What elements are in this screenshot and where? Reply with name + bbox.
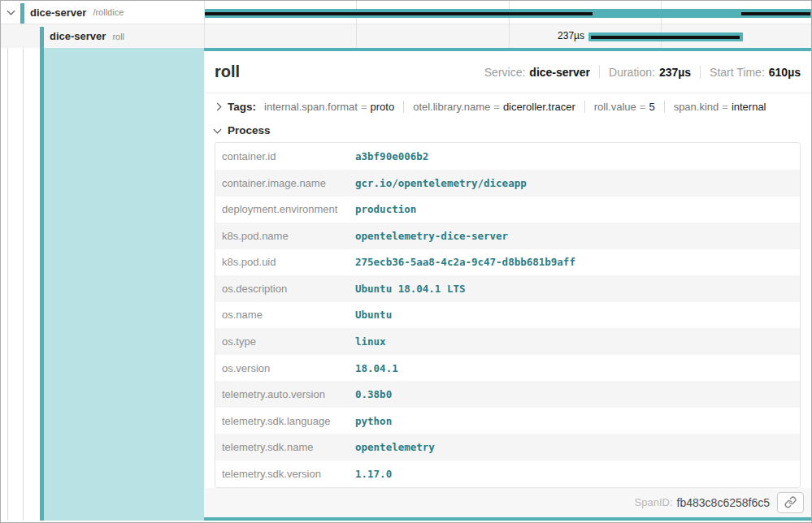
attribute-value: 0.38b0 [355,388,392,400]
span-detail-footer: SpanID: fb483c8c6258f6c5 [204,488,811,517]
table-row: k8s.pod.name opentelemetry-dice-server [215,223,800,249]
operation-name: /rolldice [93,7,124,17]
attribute-key: os.version [215,362,355,374]
attribute-value: opentelemetry [355,441,435,453]
service-value: dice-server [529,66,590,79]
attribute-key: telemetry.sdk.language [215,415,355,427]
attribute-value: opentelemetry-dice-server [355,230,508,242]
duration-value: 237µs [659,66,691,79]
span-bar-roll[interactable] [588,32,743,41]
collapse-toggle[interactable] [1,11,20,14]
service-name: dice-server [50,30,106,42]
span-detail-panel: roll Service: dice-server Duration: 237µ… [204,48,811,521]
tag-item: otel.library.name = diceroller.tracer [413,101,575,113]
start-time-label: Start Time: [710,66,765,79]
tag-divider [403,101,404,113]
tag-key: span.kind [674,101,719,113]
tag-item: internal.span.format = proto [264,101,394,113]
tag-divider [584,101,585,113]
process-label: Process [228,124,271,136]
summary-divider [599,66,600,79]
child-time-stripe [741,12,810,15]
trace-timeline: 237µs [204,1,811,48]
self-time-stripe [591,36,740,39]
child-time-stripe [205,12,593,15]
tags-label: Tags: [228,101,256,113]
span-detail-header: roll Service: dice-server Duration: 237µ… [204,51,811,93]
attribute-value: 275ecb36-5aa8-4c2a-9c47-d8bb681b9aff [355,256,575,268]
span-id-value: fb483c8c6258f6c5 [677,496,770,509]
attribute-key: telemetry.auto.version [215,388,355,400]
span-id-label: SpanID: [635,496,673,508]
tag-divider [664,101,665,113]
tag-equals: = [722,101,728,113]
attribute-value: gcr.io/opentelemetry/diceapp [355,177,527,189]
tag-equals: = [640,101,646,113]
tag-value: proto [371,101,395,113]
span-summary: Service: dice-server Duration: 237µs Sta… [484,66,801,79]
tag-value: diceroller.tracer [503,101,575,113]
chevron-right-icon [214,103,222,111]
selected-span-highlight [44,48,204,521]
start-time-value: 610µs [769,66,801,79]
attribute-value: 18.04.1 [355,362,398,374]
span-duration-label: 237µs [204,30,584,41]
tag-key: internal.span.format [264,101,358,113]
table-row: container.id a3bf90e006b2 [215,143,800,170]
tag-equals: = [361,101,367,113]
attribute-key: os.description [215,283,355,295]
attribute-value: 1.17.0 [355,468,392,480]
table-row: telemetry.sdk.name opentelemetry [215,434,800,460]
attribute-value: a3bf90e006b2 [355,150,428,162]
chevron-down-icon [7,7,15,15]
service-color-bar [40,27,44,48]
table-row: deployment.environment production [215,197,800,223]
table-row: os.description Ubuntu 18.04.1 LTS [215,275,800,302]
tag-equals: = [493,101,500,113]
attribute-key: telemetry.sdk.name [215,441,355,453]
attribute-key: telemetry.sdk.version [215,468,355,480]
table-row: os.name Ubuntu [215,302,800,329]
span-bar-rolldice[interactable] [205,9,811,18]
attribute-value: linux [355,335,386,348]
summary-divider [700,66,701,79]
link-icon [784,496,797,508]
tag-key: otel.library.name [413,101,490,113]
attribute-key: container.id [215,150,355,162]
tags-section-toggle[interactable]: Tags: internal.span.format = proto otel.… [204,93,811,120]
indent-guide [23,48,24,521]
jaeger-trace-view: dice-server /rolldice dice-server roll 2… [0,0,812,523]
attribute-key: k8s.pod.name [215,230,355,242]
tag-item: span.kind = internal [674,101,766,113]
attribute-key: os.name [215,309,355,321]
table-row: os.version 18.04.1 [215,355,800,382]
table-row: telemetry.sdk.version 1.17.0 [215,460,800,487]
span-row-roll-label[interactable]: dice-server roll [1,24,204,48]
table-row: k8s.pod.uid 275ecb36-5aa8-4c2a-9c47-d8bb… [215,249,800,276]
operation-name: roll [112,32,124,41]
chevron-down-icon [214,125,222,133]
table-row: telemetry.auto.version 0.38b0 [215,381,800,408]
table-row: container.image.name gcr.io/opentelemetr… [215,170,800,197]
service-label: Service: [484,66,526,79]
attribute-key: deployment.environment [215,203,355,215]
attribute-value: Ubuntu [355,309,392,321]
table-row: os.type linux [215,328,800,355]
span-row-rolldice-label[interactable]: dice-server /rolldice [1,1,204,24]
table-row: telemetry.sdk.language python [215,408,800,434]
attribute-value: python [355,415,392,427]
tag-value: 5 [649,101,654,113]
attribute-key: k8s.pod.uid [215,256,355,268]
process-section-toggle[interactable]: Process [204,120,811,141]
attribute-value: Ubuntu 18.04.1 LTS [355,283,465,295]
tag-key: roll.value [594,101,636,113]
indent-guide [7,48,8,521]
span-tree-gutter [1,48,204,521]
copy-link-button[interactable] [777,492,804,513]
span-operation-title: roll [215,63,240,81]
service-name: dice-server [30,6,86,19]
attribute-key: container.image.name [215,177,355,189]
service-color-bar [20,3,24,24]
attribute-value: production [355,203,416,215]
duration-label: Duration: [609,66,655,79]
